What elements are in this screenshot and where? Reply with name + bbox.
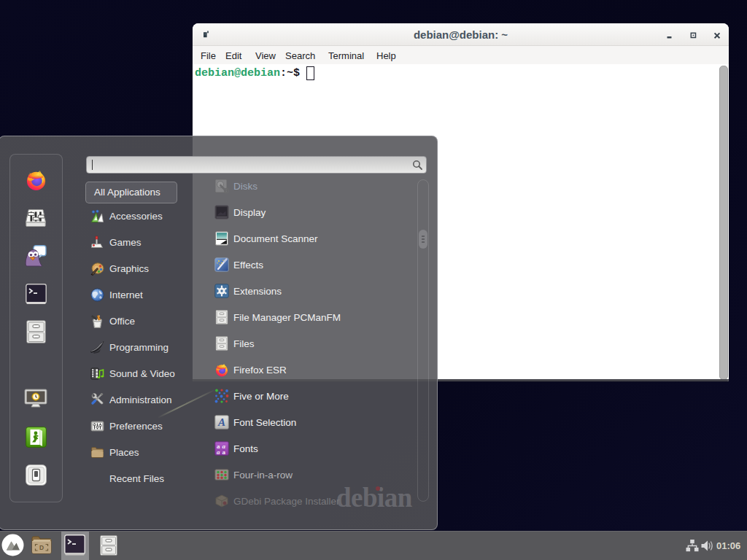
svg-text:D: D [39,544,44,551]
svg-text:A: A [217,416,225,428]
svg-text:a: a [217,448,220,456]
svg-text:a: a [222,448,226,456]
